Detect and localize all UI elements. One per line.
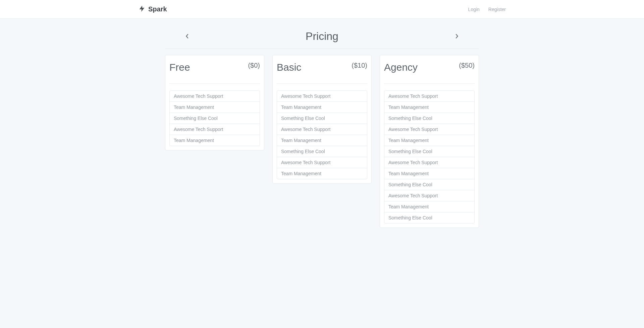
login-link[interactable]: Login [468,7,480,12]
navbar-inner: Spark Login Register [115,5,529,14]
brand-name: Spark [148,5,167,13]
feature-item: Awesome Tech Support [384,91,474,102]
feature-item: Team Management [170,102,260,113]
feature-item: Team Management [384,102,474,113]
feature-item: Awesome Tech Support [384,190,474,201]
plan-card-free: Free ($0) Awesome Tech Support Team Mana… [165,55,264,150]
plan-price: ($0) [248,61,260,69]
plan-features: Awesome Tech Support Team Management Som… [169,90,260,146]
prev-arrow[interactable] [165,34,209,41]
chevron-left-icon [185,34,189,39]
plan-card-agency: Agency ($50) Awesome Tech Support Team M… [380,55,479,228]
plan-name: Free [169,61,190,73]
plan-name: Agency [384,61,418,73]
feature-item: Awesome Tech Support [384,157,474,168]
feature-item: Team Management [277,168,367,179]
feature-item: Awesome Tech Support [277,91,367,102]
plans-row: Free ($0) Awesome Tech Support Team Mana… [165,55,479,228]
feature-item: Awesome Tech Support [384,124,474,135]
plan-card-basic: Basic ($10) Awesome Tech Support Team Ma… [272,55,372,184]
plan-header: Agency ($50) [384,59,475,84]
feature-item: Something Else Cool [170,113,260,124]
bolt-icon [138,5,146,14]
plan-name: Basic [277,61,301,73]
plan-price: ($50) [459,61,475,69]
feature-item: Something Else Cool [384,113,474,124]
plan-features: Awesome Tech Support Team Management Som… [277,90,367,179]
feature-item: Awesome Tech Support [277,157,367,168]
feature-item: Something Else Cool [384,179,474,190]
feature-item: Awesome Tech Support [170,91,260,102]
feature-item: Awesome Tech Support [277,124,367,135]
content: Pricing Free ($0) Awesome Tech Support T… [165,19,479,241]
feature-item: Something Else Cool [277,113,367,124]
register-link[interactable]: Register [488,7,506,12]
feature-item: Team Management [384,201,474,212]
pricing-header-row: Pricing [165,25,479,49]
feature-item: Team Management [384,135,474,146]
plan-price: ($10) [352,61,367,69]
feature-item: Team Management [384,168,474,179]
navbar: Spark Login Register [0,0,644,19]
plan-header: Basic ($10) [277,59,367,84]
nav-links: Login Register [468,7,506,12]
feature-item: Something Else Cool [384,212,474,223]
next-arrow[interactable] [435,34,479,41]
feature-item: Team Management [170,135,260,146]
page-title: Pricing [209,30,435,43]
feature-item: Something Else Cool [277,146,367,157]
plan-features: Awesome Tech Support Team Management Som… [384,90,475,223]
brand-link[interactable]: Spark [138,5,167,14]
feature-item: Team Management [277,135,367,146]
chevron-right-icon [455,34,459,39]
feature-item: Something Else Cool [384,146,474,157]
feature-item: Team Management [277,102,367,113]
plan-header: Free ($0) [169,59,260,84]
feature-item: Awesome Tech Support [170,124,260,135]
